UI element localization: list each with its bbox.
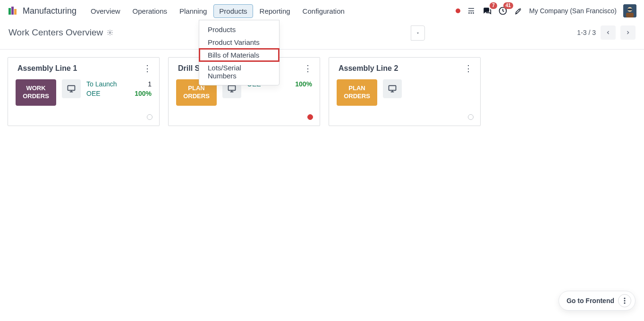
workcenter-card: Assembly Line 2 ⋮ PLANORDERS — [329, 57, 481, 126]
nav-item-reporting[interactable]: Reporting — [254, 4, 296, 18]
breadcrumb-title[interactable]: Work Centers Overview — [8, 27, 103, 38]
company-switcher[interactable]: My Company (San Francisco) — [529, 7, 617, 15]
activity-icon[interactable]: 41 — [498, 6, 508, 16]
open-tablet-icon[interactable] — [383, 79, 402, 98]
svg-point-11 — [110, 32, 111, 34]
card-kv-val: 100% — [295, 80, 312, 88]
svg-rect-0 — [8, 8, 11, 15]
card-kv-key[interactable]: OEE — [86, 90, 101, 97]
activity-badge: 41 — [503, 2, 513, 9]
status-dot[interactable] — [307, 114, 313, 120]
chat-badge: 7 — [490, 2, 497, 9]
card-title[interactable]: Assembly Line 1 — [17, 64, 77, 73]
nav-items: OverviewOperationsPlanningProductsReport… — [85, 4, 350, 18]
pager-text: 1-3 / 3 — [577, 29, 596, 36]
card-primary-button[interactable]: WORKORDERS — [16, 79, 56, 106]
products-menu-item-products[interactable]: Products — [199, 23, 279, 36]
card-menu-kebab-icon[interactable]: ⋮ — [143, 64, 152, 73]
board: Assembly Line 1 ⋮ WORKORDERS To Launch 1… — [0, 50, 644, 134]
user-avatar[interactable] — [623, 4, 636, 17]
top-nav: Manufacturing OverviewOperationsPlanning… — [0, 0, 644, 22]
svg-rect-2 — [14, 9, 17, 15]
products-menu-item-lots-serial-numbers[interactable]: Lots/Serial Numbers — [199, 61, 279, 82]
card-primary-button[interactable]: PLANORDERS — [337, 79, 377, 106]
nav-item-planning[interactable]: Planning — [174, 4, 212, 18]
nav-item-operations[interactable]: Operations — [127, 4, 173, 18]
svg-rect-14 — [389, 85, 396, 90]
svg-point-16 — [624, 300, 625, 301]
pager: 1-3 / 3 — [577, 25, 636, 40]
products-menu-item-product-variants[interactable]: Product Variants — [199, 36, 279, 49]
app-title[interactable]: Manufacturing — [23, 6, 76, 16]
card-title[interactable]: Assembly Line 2 — [339, 64, 398, 73]
card-kv-key[interactable]: To Launch — [86, 80, 117, 88]
chat-icon[interactable]: 7 — [482, 6, 491, 16]
go-to-frontend: Go to Frontend — [559, 291, 636, 311]
card-kv: To Launch 1 OEE 100% — [86, 79, 152, 98]
workcenter-card: Assembly Line 1 ⋮ WORKORDERS To Launch 1… — [8, 57, 160, 126]
svg-point-4 — [471, 13, 472, 14]
nav-item-products[interactable]: Products — [213, 4, 253, 18]
products-dropdown: ProductsProduct VariantsBills of Materia… — [199, 20, 280, 85]
go-to-frontend-label[interactable]: Go to Frontend — [567, 297, 614, 304]
app-logo — [8, 5, 19, 17]
go-to-frontend-more[interactable] — [618, 294, 631, 307]
tools-icon[interactable] — [514, 7, 523, 15]
svg-rect-9 — [627, 8, 632, 10]
card-kv-row: To Launch 1 — [86, 79, 152, 89]
card-menu-kebab-icon[interactable]: ⋮ — [464, 64, 473, 73]
tray-icon[interactable] — [467, 7, 475, 15]
pager-prev[interactable] — [601, 25, 616, 40]
status-dot[interactable] — [468, 114, 474, 120]
svg-rect-12 — [68, 85, 75, 90]
card-title[interactable]: Drill S — [178, 64, 200, 73]
card-kv-row: OEE 100% — [86, 89, 152, 98]
card-kv-val: 100% — [135, 90, 152, 97]
svg-point-3 — [469, 13, 470, 14]
recording-indicator — [456, 8, 460, 13]
gear-icon[interactable] — [107, 29, 113, 36]
pager-next[interactable] — [620, 25, 636, 40]
svg-rect-1 — [11, 7, 14, 15]
products-menu-item-bills-of-materials[interactable]: Bills of Materials — [199, 49, 279, 61]
nav-item-configuration[interactable]: Configuration — [297, 4, 350, 18]
svg-rect-10 — [626, 13, 634, 17]
open-tablet-icon[interactable] — [62, 79, 81, 98]
subheader: Work Centers Overview 1-3 / 3 — [0, 22, 644, 50]
card-kv-val: 1 — [148, 80, 152, 88]
card-menu-kebab-icon[interactable]: ⋮ — [304, 64, 312, 73]
status-dot[interactable] — [147, 114, 153, 120]
svg-point-17 — [624, 302, 625, 304]
svg-rect-13 — [229, 85, 236, 90]
nav-item-overview[interactable]: Overview — [85, 4, 126, 18]
nav-right: 7 41 My Company (San Francisco) — [456, 4, 636, 17]
breadcrumb-dropdown[interactable] — [411, 25, 425, 41]
svg-point-5 — [473, 13, 474, 14]
svg-point-15 — [624, 297, 625, 299]
